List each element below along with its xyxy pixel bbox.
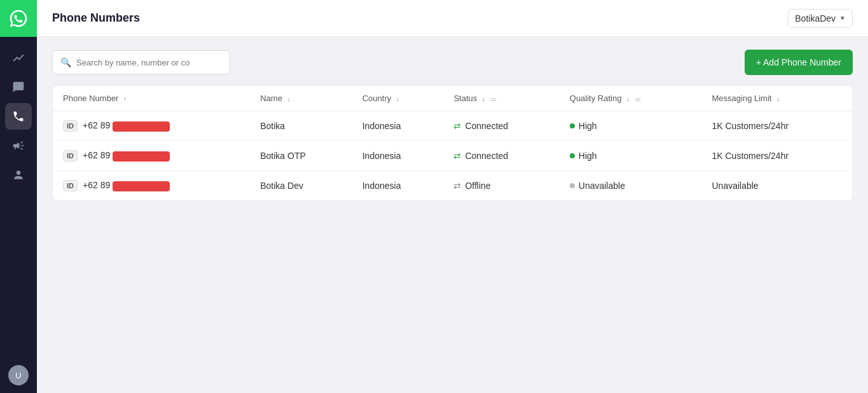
sort-icon: ↓	[626, 95, 630, 102]
page-title: Phone Numbers	[52, 11, 140, 25]
chevron-down-icon: ▼	[839, 15, 846, 22]
header: Phone Numbers BotikaDev ▼	[37, 0, 868, 37]
avatar[interactable]: U	[8, 365, 29, 385]
sort-asc-icon: ↑	[123, 95, 127, 102]
table-header-row: Phone Number ↑ Name ↓ Country ↓ Status	[53, 86, 852, 111]
connected-icon: ⇄	[453, 121, 461, 131]
column-name[interactable]: Name ↓	[250, 86, 352, 111]
phone-number-text: +62 89	[83, 120, 170, 131]
country-badge: ID	[63, 150, 78, 162]
cell-status: ⇄ Connected	[443, 141, 559, 171]
table-row[interactable]: ID +62 89 Botika Indonesia ⇄ Connect	[53, 111, 852, 141]
sidebar: U	[0, 0, 37, 393]
cell-name: Botika Dev	[250, 171, 352, 201]
sidebar-item-campaigns[interactable]	[5, 132, 32, 159]
cell-status: ⇄ Connected	[443, 111, 559, 141]
account-name: BotikaDev	[795, 13, 836, 24]
sidebar-nav	[5, 37, 32, 357]
column-status[interactable]: Status ↓ ⚌	[443, 86, 559, 111]
quality-dot-high	[570, 123, 575, 128]
redacted-number	[113, 151, 170, 162]
cell-messaging-limit: Unavailable	[702, 171, 853, 201]
cell-messaging-limit: 1K Customers/24hr	[702, 141, 853, 171]
column-messaging-limit[interactable]: Messaging Limit ↓	[702, 86, 853, 111]
header-right: BotikaDev ▼	[788, 9, 853, 28]
phone-number-text: +62 89	[83, 150, 170, 161]
cell-country: Indonesia	[352, 111, 444, 141]
filter-icon: ⚌	[490, 95, 497, 102]
connected-icon: ⇄	[453, 151, 461, 161]
quality-dot-unavailable	[570, 183, 575, 188]
sidebar-item-contacts[interactable]	[5, 162, 32, 188]
filter-icon: ⚌	[635, 95, 641, 102]
country-badge: ID	[63, 120, 78, 132]
country-badge: ID	[63, 180, 78, 191]
cell-phone-number: ID +62 89	[53, 111, 250, 141]
sort-icon: ↓	[482, 95, 486, 102]
redacted-number	[113, 181, 170, 191]
cell-quality: High	[560, 111, 702, 141]
column-country[interactable]: Country ↓	[352, 86, 444, 111]
toolbar: 🔍 + Add Phone Number	[52, 50, 853, 75]
search-input[interactable]	[76, 58, 222, 67]
redacted-number	[113, 121, 170, 132]
cell-phone-number: ID +62 89	[53, 171, 250, 201]
sidebar-bottom: U	[8, 357, 29, 393]
account-selector[interactable]: BotikaDev ▼	[788, 9, 853, 28]
sidebar-item-messages[interactable]	[5, 74, 32, 100]
sidebar-item-phone[interactable]	[5, 103, 32, 130]
cell-country: Indonesia	[352, 171, 444, 201]
sort-icon: ↓	[776, 95, 780, 102]
sidebar-item-analytics[interactable]	[5, 45, 32, 71]
phone-number-text: +62 89	[83, 180, 170, 191]
cell-messaging-limit: 1K Customers/24hr	[702, 111, 853, 141]
phone-numbers-table: Phone Number ↑ Name ↓ Country ↓ Status	[52, 85, 853, 201]
search-icon: 🔍	[60, 57, 71, 67]
cell-quality: Unavailable	[560, 171, 702, 201]
cell-phone-number: ID +62 89	[53, 141, 250, 171]
offline-icon: ⇄	[453, 181, 461, 191]
column-quality-rating[interactable]: Quality Rating ↓ ⚌	[560, 86, 702, 111]
table-row[interactable]: ID +62 89 Botika OTP Indonesia ⇄ Con	[53, 141, 852, 171]
cell-country: Indonesia	[352, 141, 444, 171]
cell-name: Botika	[250, 111, 352, 141]
sort-icon: ↓	[396, 95, 400, 102]
cell-quality: High	[560, 141, 702, 171]
quality-dot-high	[570, 153, 575, 158]
search-box[interactable]: 🔍	[52, 50, 230, 74]
cell-name: Botika OTP	[250, 141, 352, 171]
table-row[interactable]: ID +62 89 Botika Dev Indonesia ⇄ Off	[53, 171, 852, 201]
sort-icon: ↓	[287, 95, 291, 102]
page-body: 🔍 + Add Phone Number Phone Number ↑ Name	[37, 37, 868, 393]
app-logo	[0, 0, 37, 37]
main-content: Phone Numbers BotikaDev ▼ 🔍 + Add Phone …	[37, 0, 868, 393]
column-phone-number[interactable]: Phone Number ↑	[53, 86, 250, 111]
cell-status: ⇄ Offline	[443, 171, 559, 201]
add-phone-number-button[interactable]: + Add Phone Number	[745, 50, 853, 75]
